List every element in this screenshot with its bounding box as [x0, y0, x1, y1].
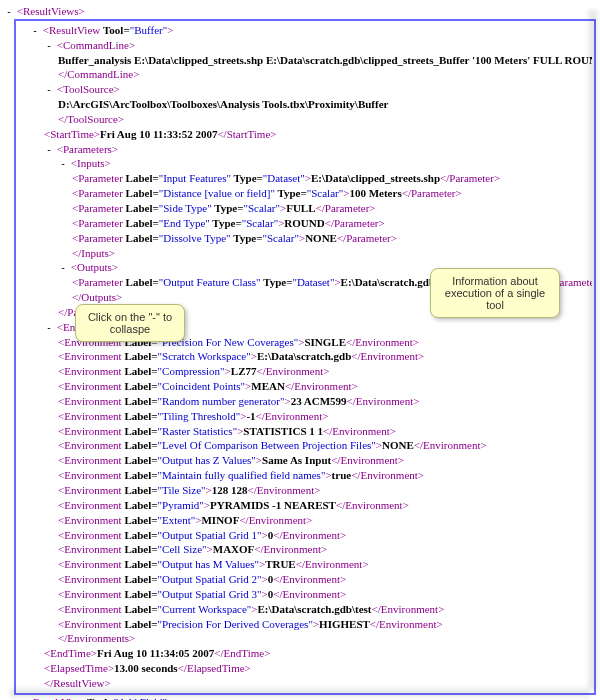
environment-line: <Environment Label="Output has M Values"…	[58, 557, 592, 572]
environment-line: <Environment Label="Cell Size">MAXOF</En…	[58, 542, 592, 557]
xml-tree: - <ResultViews> - <ResultView Tool="Buff…	[4, 4, 596, 700]
minus-icon[interactable]: -	[44, 83, 54, 97]
commandline-close: </CommandLine>	[58, 67, 592, 82]
endtime-line: <EndTime>Fri Aug 10 11:34:05 2007</EndTi…	[44, 646, 592, 661]
environment-line: <Environment Label="Maintain fully quali…	[58, 468, 592, 483]
callout-info: Information about execution of a single …	[430, 268, 560, 318]
minus-icon[interactable]: -	[44, 321, 54, 335]
environment-line: <Environment Label="Scratch Workspace">E…	[58, 349, 592, 364]
parameters-open: - <Parameters>	[44, 142, 592, 157]
environment-line: <Environment Label="Tile Size">128 128</…	[58, 483, 592, 498]
environment-line: <Environment Label="Precision For Derive…	[58, 617, 592, 632]
parameter-line: <Parameter Label="Input Features" Type="…	[72, 171, 592, 186]
minus-icon[interactable]: -	[58, 157, 68, 171]
elapsedtime-line: <ElapsedTime>13.00 seconds</ElapsedTime>	[44, 661, 592, 676]
minus-icon[interactable]: -	[14, 696, 24, 700]
environment-line: <Environment Label="Tiling Threshold">-1…	[58, 409, 592, 424]
callout-info-text: Information about execution of a single …	[445, 275, 545, 311]
environment-line: <Environment Label="Random number genera…	[58, 394, 592, 409]
environment-line: <Environment Label="Output Spatial Grid …	[58, 572, 592, 587]
environment-line: <Environment Label="Output Spatial Grid …	[58, 587, 592, 602]
toolsource-open: - <ToolSource>	[44, 82, 592, 97]
inputs-list: <Parameter Label="Input Features" Type="…	[18, 171, 592, 245]
commandline-text: Buffer_analysis E:\Data\clipped_streets.…	[58, 53, 592, 68]
resultview-open: - <ResultView Tool="Buffer">	[30, 23, 592, 38]
environment-line: <Environment Label="Coincident Points">M…	[58, 379, 592, 394]
toolsource-text: D:\ArcGIS\ArcToolbox\Toolboxes\Analysis …	[58, 97, 592, 112]
commandline-open: - <CommandLine>	[44, 38, 592, 53]
inputs-open: - <Inputs>	[58, 156, 592, 171]
toolsource-close: </ToolSource>	[58, 112, 592, 127]
environment-line: <Environment Label="Current Workspace">E…	[58, 602, 592, 617]
environment-line: <Environment Label="Output Spatial Grid …	[58, 528, 592, 543]
inputs-close: </Inputs>	[72, 246, 592, 261]
environment-line: <Environment Label="Extent">MINOF</Envir…	[58, 513, 592, 528]
parameter-line: <Parameter Label="End Type" Type="Scalar…	[72, 216, 592, 231]
minus-icon[interactable]: -	[44, 39, 54, 53]
resultview-highlight-box: - <ResultView Tool="Buffer"> - <CommandL…	[14, 19, 596, 695]
minus-icon[interactable]: -	[58, 261, 68, 275]
minus-icon[interactable]: -	[30, 24, 40, 38]
environment-line: <Environment Label="Pyramid">PYRAMIDS -1…	[58, 498, 592, 513]
parameter-line: <Parameter Label="Side Type" Type="Scala…	[72, 201, 592, 216]
minus-icon[interactable]: -	[44, 143, 54, 157]
environment-line: <Environment Label="Raster Statistics">S…	[58, 424, 592, 439]
environments-list: <Environment Label="Precision For New Co…	[18, 335, 592, 632]
environment-line: <Environment Label="Output has Z Values"…	[58, 453, 592, 468]
next-resultview-open: - <ResultView Tool="Add Field">	[14, 695, 596, 700]
resultview-close: </ResultView>	[44, 676, 592, 691]
root-open: - <ResultViews>	[4, 4, 596, 19]
parameter-line: <Parameter Label="Distance [value or fie…	[72, 186, 592, 201]
environment-line: <Environment Label="Level Of Comparison …	[58, 438, 592, 453]
environment-line: <Environment Label="Compression">LZ77</E…	[58, 364, 592, 379]
callout-collapse-text: Click on the "-" to collaspe	[88, 311, 172, 335]
starttime-line: <StartTime>Fri Aug 10 11:33:52 2007</Sta…	[44, 127, 592, 142]
callout-collapse: Click on the "-" to collaspe	[75, 304, 185, 342]
parameter-line: <Parameter Label="Dissolve Type" Type="S…	[72, 231, 592, 246]
minus-icon[interactable]: -	[4, 5, 14, 19]
environments-close: </Environments>	[58, 631, 592, 646]
